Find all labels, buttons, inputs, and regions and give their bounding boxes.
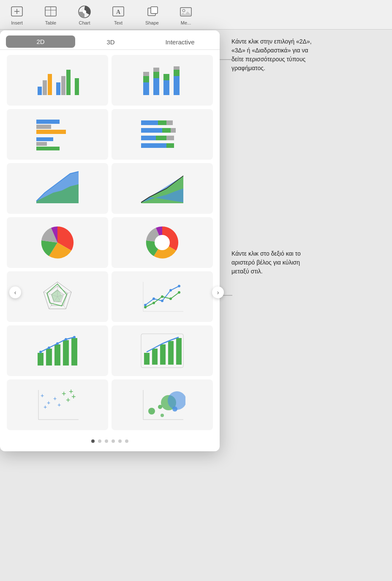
svg-text:+: + [47, 399, 50, 406]
svg-rect-92 [176, 338, 182, 365]
svg-point-68 [152, 297, 155, 300]
svg-rect-15 [38, 87, 42, 95]
svg-point-106 [148, 408, 155, 415]
svg-rect-18 [56, 82, 60, 95]
chart-radar[interactable] [7, 271, 108, 322]
svg-rect-32 [174, 66, 180, 70]
svg-rect-81 [71, 338, 77, 366]
svg-rect-21 [75, 78, 79, 95]
pagination-dot-6[interactable] [125, 439, 128, 443]
tab-interactive[interactable]: Interactive [145, 35, 215, 49]
chart-bar-vertical-stacked[interactable] [112, 55, 213, 106]
svg-rect-35 [36, 130, 66, 134]
svg-point-74 [161, 295, 163, 298]
svg-rect-38 [36, 147, 60, 150]
chart-grid: + + + + + + + + + [0, 50, 220, 435]
svg-text:+: + [57, 401, 61, 408]
svg-point-14 [182, 9, 185, 12]
shape-icon [143, 4, 161, 19]
svg-text:+: + [71, 393, 76, 401]
svg-rect-31 [174, 70, 180, 76]
svg-rect-78 [46, 349, 52, 366]
svg-text:+: + [41, 392, 44, 399]
toolbar-shape[interactable]: Shape [135, 3, 169, 27]
svg-rect-80 [63, 340, 69, 366]
chart-label: Chart [79, 20, 90, 25]
svg-rect-33 [36, 120, 60, 124]
svg-point-72 [144, 306, 147, 308]
chart-area[interactable] [7, 163, 108, 214]
svg-point-69 [161, 300, 163, 302]
svg-rect-26 [153, 72, 159, 78]
svg-point-108 [161, 414, 164, 417]
chart-area-stacked[interactable] [112, 163, 213, 214]
pagination-dot-5[interactable] [118, 439, 122, 443]
insert-label: Insert [11, 20, 23, 25]
svg-rect-19 [61, 76, 65, 95]
svg-rect-45 [141, 136, 156, 140]
svg-rect-24 [143, 72, 149, 76]
svg-rect-90 [160, 344, 166, 365]
toolbar-table[interactable]: Table [34, 3, 68, 27]
svg-point-84 [56, 342, 59, 345]
chart-bar-horizontal-stacked[interactable] [112, 109, 213, 160]
svg-rect-79 [54, 344, 60, 366]
svg-text:+: + [44, 404, 47, 410]
pagination-dot-3[interactable] [105, 439, 108, 443]
nav-arrow-right[interactable]: › [212, 286, 224, 298]
shape-label: Shape [145, 20, 159, 25]
svg-rect-12 [151, 7, 158, 14]
annotation-tab-types: Κάντε κλικ στην επιλογή «2Δ», «3Δ» ή «Δι… [231, 37, 316, 73]
chart-bar-vertical-grouped[interactable] [7, 55, 108, 106]
svg-point-71 [178, 285, 180, 287]
svg-rect-42 [141, 128, 162, 133]
svg-rect-25 [153, 78, 159, 95]
svg-rect-27 [153, 68, 159, 72]
tab-bar: 2D 3D Interactive [0, 30, 220, 50]
chart-bar-trend[interactable] [7, 325, 108, 376]
pagination-dot-2[interactable] [98, 439, 101, 443]
svg-point-73 [152, 302, 155, 304]
text-icon: A [109, 4, 128, 19]
table-label: Table [45, 20, 56, 25]
svg-point-70 [169, 289, 172, 292]
chart-scatter[interactable]: + + + + + + + + + [7, 379, 108, 430]
svg-rect-29 [163, 74, 169, 80]
chart-line[interactable] [112, 271, 213, 322]
svg-rect-91 [168, 341, 174, 365]
nav-arrow-left[interactable]: ‹ [9, 286, 21, 298]
svg-rect-37 [36, 142, 47, 146]
chart-bubble[interactable] [112, 379, 213, 430]
svg-point-86 [73, 336, 76, 338]
pagination-dot-1[interactable] [91, 439, 95, 443]
toolbar: Insert Table Chart A [0, 0, 392, 30]
media-icon [177, 4, 195, 19]
svg-rect-77 [38, 353, 44, 366]
svg-text:+: + [66, 396, 71, 404]
insert-icon [8, 4, 26, 19]
toolbar-insert[interactable]: Insert [0, 3, 34, 27]
chart-pie[interactable] [7, 217, 108, 268]
svg-rect-49 [166, 143, 174, 148]
tab-2d[interactable]: 2D [6, 35, 75, 48]
pagination-dot-4[interactable] [112, 439, 115, 443]
svg-rect-88 [144, 353, 150, 365]
pagination [0, 435, 220, 445]
toolbar-chart[interactable]: Chart [68, 3, 101, 27]
svg-rect-44 [171, 128, 176, 133]
toolbar-media[interactable]: Me... [169, 3, 203, 27]
chart-bar-trend-framed[interactable] [112, 325, 213, 376]
svg-rect-39 [141, 120, 158, 125]
svg-text:+: + [62, 390, 66, 398]
chart-bar-horizontal-grouped[interactable] [7, 109, 108, 160]
svg-rect-16 [43, 80, 47, 95]
chart-donut[interactable] [112, 217, 213, 268]
svg-point-83 [48, 346, 50, 349]
toolbar-text[interactable]: A Text [101, 3, 135, 27]
svg-point-85 [65, 338, 67, 341]
svg-point-75 [169, 297, 172, 300]
annotation-line-1 [220, 59, 232, 60]
text-label: Text [114, 20, 122, 25]
tab-3d[interactable]: 3D [76, 35, 145, 49]
svg-rect-46 [156, 136, 166, 140]
